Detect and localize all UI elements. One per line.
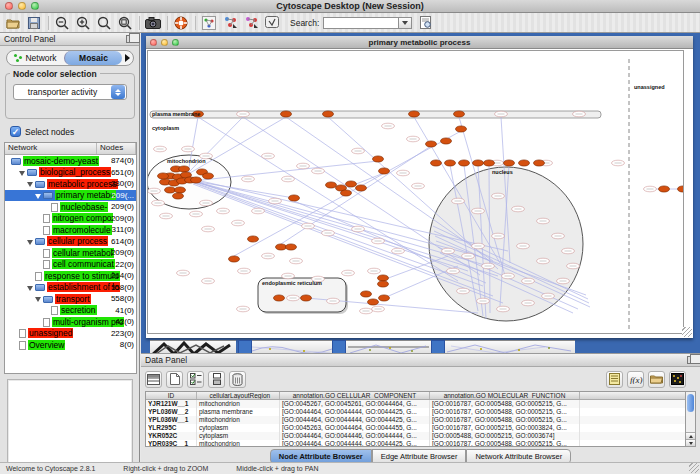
network-canvas[interactable]: plasma membranecytoplasmmitochondrionnuc…: [147, 50, 684, 334]
tree-row[interactable]: Overview8(0): [5, 339, 136, 351]
selected-network-node[interactable]: [379, 168, 390, 174]
tree-row[interactable]: primary metabo209(...: [5, 190, 136, 202]
selected-network-node[interactable]: [368, 299, 379, 305]
save-session-icon[interactable]: [26, 15, 42, 31]
selected-network-node[interactable]: [504, 160, 515, 166]
tree-row[interactable]: macromolecule311(0): [5, 224, 136, 236]
node-color-dropdown[interactable]: transporter activity: [13, 84, 127, 100]
float-panel-icon[interactable]: [126, 35, 135, 43]
tab-mosaic[interactable]: Mosaic: [64, 51, 122, 65]
selected-network-node[interactable]: [229, 256, 240, 262]
selected-network-node[interactable]: [326, 182, 337, 188]
more-tabs-icon[interactable]: [125, 54, 130, 62]
selected-network-node[interactable]: [323, 111, 334, 117]
import-attributes-icon[interactable]: [648, 371, 665, 388]
expand-arrow-icon[interactable]: [27, 182, 33, 187]
selected-network-node[interactable]: [248, 236, 259, 242]
table-column-header[interactable]: annotation.GO MOLECULAR_FUNCTION: [430, 392, 580, 399]
window-resize-grip[interactable]: [689, 463, 699, 473]
table-column-header[interactable]: [580, 392, 688, 399]
help-icon[interactable]: [173, 15, 189, 31]
selected-network-node[interactable]: [426, 141, 437, 147]
expand-arrow-icon[interactable]: [19, 171, 25, 176]
search-options-icon[interactable]: [417, 15, 433, 31]
create-network-icon[interactable]: [201, 15, 217, 31]
selected-network-node[interactable]: [678, 186, 685, 192]
table-row[interactable]: YPL036W__2plasma membrane[GO:0044464, GO…: [146, 408, 688, 416]
selected-network-node[interactable]: [378, 275, 389, 281]
birdseye-view[interactable]: [7, 379, 133, 474]
attribute-notes-icon[interactable]: [606, 371, 623, 388]
selected-network-node[interactable]: [445, 160, 456, 166]
table-row[interactable]: YKR052Ccytoplasm[GO:0044464, GO:0044446,…: [146, 432, 688, 440]
tree-row[interactable]: multi-organism pro42(0): [5, 316, 136, 328]
selected-network-node[interactable]: [158, 173, 169, 179]
table-column-header[interactable]: _cellularLayoutRegion: [197, 392, 280, 399]
open-session-icon[interactable]: [5, 15, 21, 31]
tree-row[interactable]: nitrogen compo209(0): [5, 213, 136, 225]
selected-network-node[interactable]: [379, 295, 390, 301]
search-dropdown-button[interactable]: [399, 17, 412, 29]
window-resize-grip[interactable]: [682, 327, 692, 337]
edit-edges-icon[interactable]: [243, 15, 259, 31]
selected-network-node[interactable]: [203, 173, 214, 179]
tree-row[interactable]: metabolic process280(0): [5, 178, 136, 190]
table-row[interactable]: YJR121W__1mitochondrion[GO:0045267, GO:0…: [146, 400, 688, 408]
selected-network-node[interactable]: [341, 190, 352, 196]
create-attribute-icon[interactable]: [166, 371, 183, 388]
zoom-selected-icon[interactable]: [117, 15, 133, 31]
attribute-matrix-icon[interactable]: [669, 371, 686, 388]
tree-row[interactable]: nucleobase-209(0): [5, 201, 136, 213]
selected-network-node[interactable]: [173, 193, 184, 199]
search-input[interactable]: [323, 17, 399, 29]
delete-attribute-icon[interactable]: [229, 371, 246, 388]
selected-network-node[interactable]: [441, 138, 452, 144]
selected-network-node[interactable]: [179, 166, 190, 172]
tree-row[interactable]: transport558(0): [5, 293, 136, 305]
selected-network-node[interactable]: [346, 181, 357, 187]
selected-network-node[interactable]: [659, 186, 670, 192]
expand-arrow-icon[interactable]: [35, 297, 41, 302]
selected-network-node[interactable]: [175, 187, 186, 193]
tree-row[interactable]: mosaic-demo-yeast874(0): [5, 155, 136, 167]
table-column-header[interactable]: annotation.GO CELLULAR_COMPONENT: [280, 392, 430, 399]
table-column-header[interactable]: ID: [146, 392, 197, 399]
selected-network-node[interactable]: [484, 160, 495, 166]
compartment-plasma-membrane[interactable]: [150, 111, 601, 118]
network-edge[interactable]: [190, 117, 286, 173]
select-attributes-icon[interactable]: [187, 371, 204, 388]
selected-network-node[interactable]: [519, 160, 530, 166]
edit-nodes-icon[interactable]: [222, 15, 238, 31]
network-window-titlebar[interactable]: primary metabolic process: [146, 36, 693, 49]
network-view-window[interactable]: primary metabolic process plasma membran…: [146, 36, 693, 338]
zoom-fit-icon[interactable]: [96, 15, 112, 31]
selected-network-node[interactable]: [473, 160, 484, 166]
network-graph[interactable]: plasma membranecytoplasmmitochondrionnuc…: [148, 51, 684, 334]
selected-network-node[interactable]: [274, 295, 285, 301]
selected-network-node[interactable]: [456, 126, 467, 132]
selected-network-node[interactable]: [356, 185, 367, 191]
select-nodes-checkbox[interactable]: ✓: [10, 126, 21, 137]
tree-column-network[interactable]: Network: [5, 143, 97, 154]
selected-network-node[interactable]: [301, 295, 312, 301]
tree-row[interactable]: establishment of lo558(0): [5, 282, 136, 294]
annotation-icon[interactable]: [264, 15, 280, 31]
selected-network-node[interactable]: [409, 111, 420, 117]
tree-row[interactable]: unassigned223(0): [5, 328, 136, 340]
selected-network-node[interactable]: [373, 156, 384, 162]
selected-network-node[interactable]: [378, 281, 389, 287]
selected-network-node[interactable]: [534, 160, 545, 166]
toggle-view-icon[interactable]: [208, 371, 225, 388]
selected-network-node[interactable]: [454, 111, 465, 117]
tab-network[interactable]: Network: [7, 51, 64, 65]
scrollbar-thumb[interactable]: [687, 394, 694, 412]
attribute-table[interactable]: ID_cellularLayoutRegionannotation.GO CEL…: [145, 391, 689, 447]
function-builder-icon[interactable]: f(x): [627, 371, 644, 388]
selected-network-node[interactable]: [281, 111, 292, 117]
tree-row[interactable]: secretion41(0): [5, 305, 136, 317]
table-row[interactable]: YDR039C__1mitochondrion[GO:0044464, GO:0…: [146, 440, 688, 447]
selected-network-node[interactable]: [191, 177, 202, 183]
selected-network-node[interactable]: [165, 187, 176, 193]
expand-arrow-icon[interactable]: [35, 194, 41, 199]
tree-row[interactable]: cellular metabol209(0): [5, 247, 136, 259]
